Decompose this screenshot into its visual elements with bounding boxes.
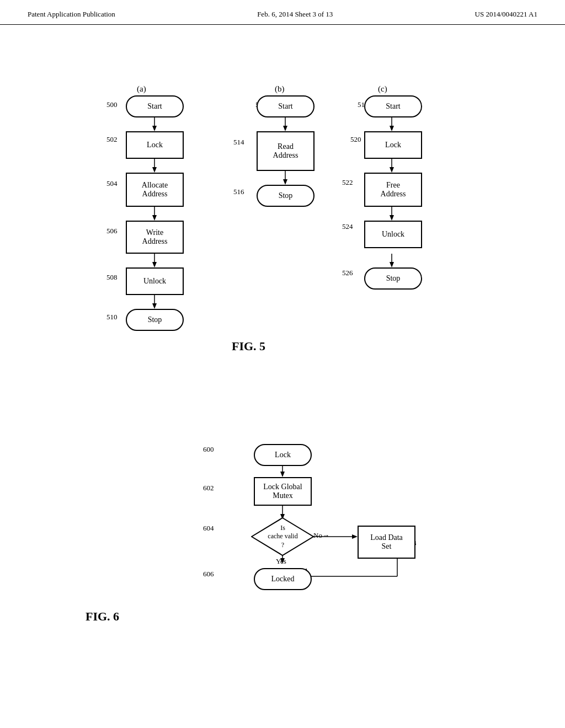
label-600: 600 [203, 445, 214, 454]
label-514: 514 [233, 138, 244, 147]
label-516: 516 [233, 188, 244, 196]
fig6-label: FIG. 6 [86, 609, 119, 624]
node-602-global-mutex: Lock Global Mutex [254, 477, 312, 506]
label-526: 526 [342, 269, 353, 277]
node-518-start: Start [364, 95, 422, 117]
section-a-label: (a) [137, 84, 146, 94]
main-content: (a) (b) (c) 500 Start 502 Lock 504 Alloc… [0, 25, 565, 725]
svg-marker-17 [390, 167, 394, 173]
svg-marker-21 [390, 262, 394, 267]
svg-marker-23 [280, 472, 285, 477]
diamond-text: Is cache valid ? [251, 517, 315, 556]
label-602: 602 [203, 484, 214, 493]
node-604-diamond: Is cache valid ? [251, 517, 315, 556]
node-500-start: Start [126, 95, 184, 117]
label-510: 510 [106, 313, 118, 322]
label-502: 502 [106, 135, 118, 144]
node-600-lock: Lock [254, 444, 312, 466]
header-right: US 2014/0040221 A1 [475, 10, 537, 19]
svg-marker-19 [390, 215, 394, 221]
svg-marker-29 [352, 534, 358, 539]
node-512-start: Start [257, 95, 315, 117]
node-502-lock: Lock [126, 131, 184, 159]
label-604: 604 [203, 524, 214, 533]
svg-marker-7 [152, 262, 157, 267]
node-514-read: Read Address [257, 131, 315, 171]
svg-marker-3 [152, 167, 157, 173]
label-506: 506 [106, 227, 118, 235]
svg-marker-13 [283, 179, 287, 185]
no-label: No→ [313, 531, 329, 540]
svg-marker-15 [390, 126, 394, 131]
header-left: Patent Application Publication [28, 10, 115, 19]
label-508: 508 [106, 273, 118, 282]
header-middle: Feb. 6, 2014 Sheet 3 of 13 [257, 10, 333, 19]
label-500: 500 [106, 100, 118, 109]
section-c-label: (c) [378, 84, 387, 94]
node-510-stop: Stop [126, 309, 184, 331]
section-b-label: (b) [275, 84, 285, 94]
node-520-lock: Lock [364, 131, 422, 159]
svg-marker-5 [152, 215, 157, 221]
label-606: 606 [203, 570, 214, 579]
svg-marker-9 [152, 303, 157, 309]
node-608-load-data: Load Data Set [358, 526, 415, 559]
node-524-unlock: Unlock [364, 221, 422, 248]
node-522-free: Free Address [364, 173, 422, 207]
node-506-write: Write Address [126, 221, 184, 254]
fig5-label: FIG. 5 [232, 339, 265, 354]
label-522: 522 [342, 178, 353, 187]
node-526-stop: Stop [364, 267, 422, 290]
svg-marker-11 [283, 126, 287, 131]
label-524: 524 [342, 222, 353, 231]
yes-label: Yes [276, 557, 286, 566]
svg-marker-1 [152, 126, 157, 131]
label-520: 520 [350, 135, 361, 144]
node-516-stop: Stop [257, 185, 315, 207]
node-504-allocate: Allocate Address [126, 173, 184, 207]
page-header: Patent Application Publication Feb. 6, 2… [0, 0, 565, 25]
node-606-locked: Locked [254, 568, 312, 590]
arrows-overlay [0, 25, 565, 725]
node-508-unlock: Unlock [126, 267, 184, 295]
label-504: 504 [106, 179, 118, 188]
